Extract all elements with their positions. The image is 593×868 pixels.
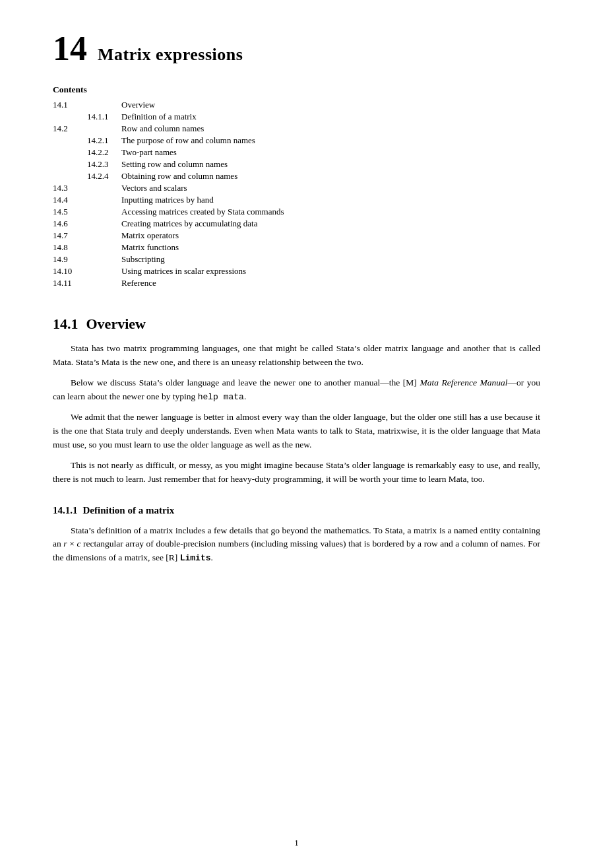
toc-item-text: Using matrices in scalar expressions: [121, 265, 284, 277]
chapter-heading: 14 Matrix expressions: [53, 32, 540, 66]
toc-item-num: 14.2: [53, 123, 121, 135]
toc-item-num: 14.1.1: [53, 111, 121, 123]
section-1411-num: 14.1.1: [53, 505, 78, 516]
toc-row: 14.2.4Obtaining row and column names: [53, 170, 284, 182]
toc-item-num: 14.2.2: [53, 147, 121, 158]
chapter-number: 14: [53, 32, 87, 66]
toc-item-num: 14.8: [53, 242, 121, 253]
toc-item-text: The purpose of row and column names: [121, 135, 284, 147]
page-number: 1: [294, 838, 299, 848]
toc-item-text: Matrix operators: [121, 230, 284, 242]
toc-item-num: 14.2.1: [53, 135, 121, 147]
toc-item-num: 14.2.4: [53, 170, 121, 182]
toc-item-num: 14.10: [53, 265, 121, 277]
section-141-heading: 14.1 Overview: [53, 316, 540, 333]
toc-row: 14.3Vectors and scalars: [53, 182, 284, 194]
section-141-num: 14.1: [53, 316, 78, 333]
section-141-para-1: Stata has two matrix programming languag…: [53, 342, 540, 370]
section-141-para-3: We admit that the newer language is bett…: [53, 411, 540, 452]
section-1411-title: Definition of a matrix: [83, 505, 175, 516]
toc-item-num: 14.1: [53, 99, 121, 111]
toc-item-num: 14.11: [53, 277, 121, 289]
page-footer: 1: [0, 838, 593, 848]
chapter-title: Matrix expressions: [98, 45, 243, 65]
toc-row: 14.9Subscripting: [53, 253, 284, 265]
section-141-para-2: Below we discuss Stata’s older language …: [53, 376, 540, 404]
toc-item-num: 14.6: [53, 218, 121, 230]
toc-row: 14.5Accessing matrices created by Stata …: [53, 206, 284, 218]
toc-item-text: Matrix functions: [121, 242, 284, 253]
section-1411-para-1: Stata’s definition of a matrix includes …: [53, 524, 540, 566]
contents-section: Contents 14.1Overview14.1.1Definition of…: [53, 84, 540, 289]
toc-item-num: 14.4: [53, 194, 121, 206]
toc-item-text: Definition of a matrix: [121, 111, 284, 123]
toc-row: 14.6Creating matrices by accumulating da…: [53, 218, 284, 230]
page: 14 Matrix expressions Contents 14.1Overv…: [0, 0, 593, 868]
contents-label: Contents: [53, 84, 540, 95]
toc-item-text: Row and column names: [121, 123, 284, 135]
section-1411-heading: 14.1.1Definition of a matrix: [53, 505, 540, 516]
toc-item-num: 14.5: [53, 206, 121, 218]
toc-item-text: Reference: [121, 277, 284, 289]
toc-item-text: Obtaining row and column names: [121, 170, 284, 182]
toc-row: 14.11Reference: [53, 277, 284, 289]
toc-row: 14.8Matrix functions: [53, 242, 284, 253]
toc-row: 14.10Using matrices in scalar expression…: [53, 265, 284, 277]
toc-row: 14.2.2Two-part names: [53, 147, 284, 158]
toc-item-text: Accessing matrices created by Stata comm…: [121, 206, 284, 218]
toc-item-num: 14.2.3: [53, 158, 121, 170]
toc-row: 14.4Inputting matrices by hand: [53, 194, 284, 206]
toc-row: 14.2Row and column names: [53, 123, 284, 135]
toc-item-text: Two-part names: [121, 147, 284, 158]
section-141-para-4: This is not nearly as difficult, or mess…: [53, 459, 540, 486]
toc-item-text: Subscripting: [121, 253, 284, 265]
toc-item-text: Overview: [121, 99, 284, 111]
toc-row: 14.2.1The purpose of row and column name…: [53, 135, 284, 147]
toc-row: 14.1.1Definition of a matrix: [53, 111, 284, 123]
toc-row: 14.1Overview: [53, 99, 284, 111]
toc-item-num: 14.9: [53, 253, 121, 265]
toc-row: 14.7Matrix operators: [53, 230, 284, 242]
toc-item-num: 14.7: [53, 230, 121, 242]
toc-item-text: Setting row and column names: [121, 158, 284, 170]
toc-table: 14.1Overview14.1.1Definition of a matrix…: [53, 99, 284, 289]
section-141-title: Overview: [86, 316, 146, 333]
toc-item-text: Inputting matrices by hand: [121, 194, 284, 206]
toc-item-text: Creating matrices by accumulating data: [121, 218, 284, 230]
toc-row: 14.2.3Setting row and column names: [53, 158, 284, 170]
toc-item-text: Vectors and scalars: [121, 182, 284, 194]
toc-item-num: 14.3: [53, 182, 121, 194]
